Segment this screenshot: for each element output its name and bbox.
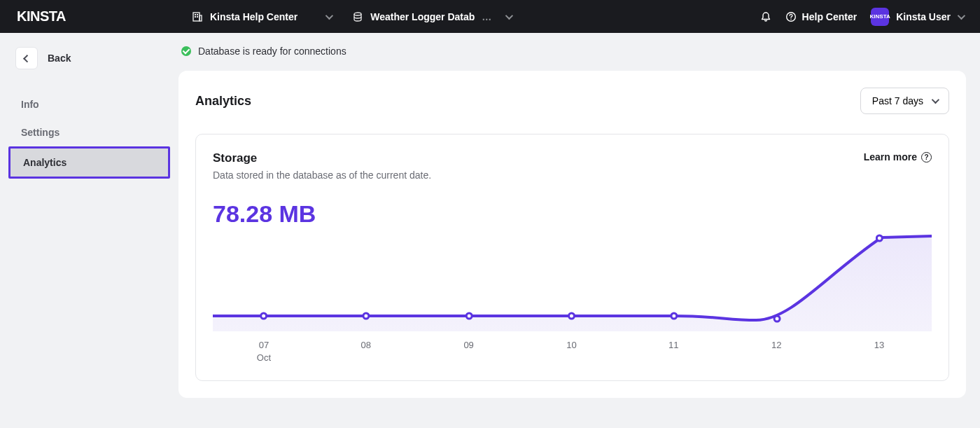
svg-point-6: [354, 13, 361, 15]
org-name: Kinsta Help Center: [210, 11, 298, 22]
db-name: Weather Logger Datab: [370, 11, 475, 22]
building-icon: [192, 11, 203, 22]
x-tick: 07: [259, 340, 269, 350]
x-tick: 11: [668, 340, 678, 350]
range-label: Past 7 days: [872, 95, 923, 106]
time-range-dropdown[interactable]: Past 7 days: [860, 88, 949, 114]
chevron-down-icon: [505, 11, 513, 19]
chart-x-axis: 07 Oct 08 09 10 11 12 13: [213, 340, 932, 364]
sidebar-item-info[interactable]: Info: [8, 90, 170, 118]
help-circle-icon: ?: [921, 152, 932, 163]
storage-subtitle: Data stored in the database as of the cu…: [213, 170, 431, 181]
svg-point-9: [261, 313, 267, 319]
svg-point-14: [774, 316, 780, 322]
user-menu[interactable]: Kinsta User: [896, 11, 963, 22]
check-circle-icon: [181, 46, 191, 56]
status-text: Database is ready for connections: [198, 46, 346, 57]
back-icon-box: [15, 47, 38, 69]
svg-rect-2: [195, 14, 196, 15]
back-label: Back: [48, 53, 71, 64]
analytics-card: Analytics Past 7 days Storage Data store…: [178, 71, 966, 398]
user-name: Kinsta User: [896, 11, 951, 22]
learn-more-link[interactable]: Learn more ?: [864, 151, 932, 163]
svg-rect-3: [197, 14, 198, 15]
svg-point-13: [671, 313, 677, 319]
svg-point-15: [876, 235, 882, 241]
chevron-down-icon: [326, 11, 333, 19]
bell-icon: [760, 11, 771, 22]
storage-panel: Storage Data stored in the database as o…: [195, 134, 949, 381]
svg-rect-1: [200, 15, 202, 21]
org-dropdown[interactable]: Kinsta Help Center: [192, 11, 331, 22]
svg-point-12: [569, 313, 575, 319]
database-icon: [352, 11, 363, 22]
sidebar-item-analytics[interactable]: Analytics: [8, 146, 170, 179]
svg-rect-5: [197, 16, 198, 18]
storage-chart: [213, 233, 932, 331]
main-content: Database is ready for connections Analyt…: [178, 33, 980, 428]
topbar: KINSTA Kinsta Help Center Weather Logger…: [0, 0, 980, 33]
svg-point-10: [363, 313, 369, 319]
help-center-link[interactable]: Help Center: [785, 11, 858, 22]
help-center-label: Help Center: [802, 11, 858, 22]
svg-point-11: [466, 313, 472, 319]
avatar: KINSTA: [871, 8, 889, 26]
x-tick: 09: [463, 340, 473, 350]
arrow-left-icon: [23, 55, 31, 62]
x-month: Oct: [257, 352, 271, 363]
svg-rect-0: [193, 13, 200, 21]
page-title: Analytics: [195, 94, 251, 109]
x-tick: 08: [361, 340, 371, 350]
x-tick: 13: [874, 340, 884, 350]
svg-rect-4: [195, 16, 196, 18]
notifications-button[interactable]: [760, 11, 771, 22]
x-tick: 10: [566, 340, 576, 350]
sidebar-item-settings[interactable]: Settings: [8, 118, 170, 146]
logo: KINSTA: [17, 8, 66, 25]
chevron-down-icon: [932, 96, 939, 104]
db-ellipsis: …: [482, 11, 491, 22]
sidebar: Back Info Settings Analytics: [0, 33, 178, 428]
storage-title: Storage: [213, 151, 431, 165]
help-circle-icon: [785, 11, 797, 22]
status-banner: Database is ready for connections: [178, 33, 966, 71]
x-tick: 12: [771, 340, 781, 350]
back-button[interactable]: Back: [15, 47, 71, 69]
chevron-down-icon: [958, 11, 965, 19]
svg-point-8: [790, 18, 792, 20]
database-dropdown[interactable]: Weather Logger Datab …: [352, 11, 511, 22]
storage-value: 78.28 MB: [213, 200, 932, 228]
